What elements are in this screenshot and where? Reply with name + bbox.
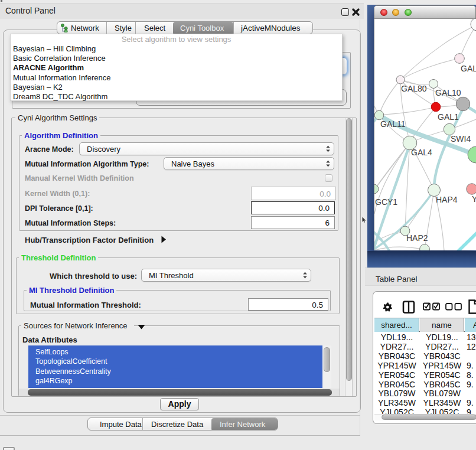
svg-text:GAL4: GAL4 (411, 148, 432, 157)
svg-text:HAP2: HAP2 (406, 233, 428, 243)
svg-text:GAL80: GAL80 (401, 84, 427, 93)
svg-text:YM: YM (472, 194, 476, 204)
svg-text:HAP4: HAP4 (436, 195, 458, 204)
svg-text:SWI4: SWI4 (451, 134, 471, 144)
svg-text:GAL10: GAL10 (435, 88, 461, 97)
svg-text:GAL1: GAL1 (438, 112, 459, 122)
svg-text:GCY1: GCY1 (375, 197, 397, 207)
svg-text:GAL7: GAL7 (461, 64, 476, 73)
svg-text:GAL11: GAL11 (380, 119, 406, 129)
